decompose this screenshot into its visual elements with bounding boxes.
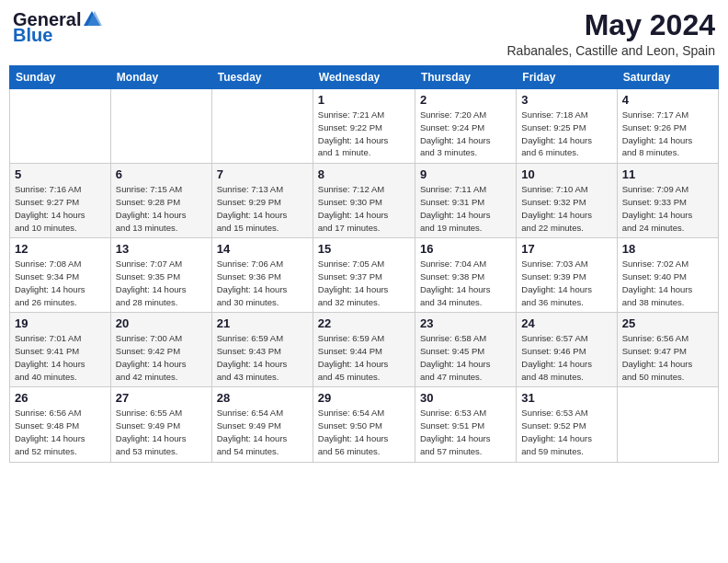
calendar-cell: 25Sunrise: 6:56 AM Sunset: 9:47 PM Dayli… bbox=[617, 313, 718, 387]
calendar-cell: 8Sunrise: 7:12 AM Sunset: 9:30 PM Daylig… bbox=[313, 164, 415, 238]
day-info: Sunrise: 6:57 AM Sunset: 9:46 PM Dayligh… bbox=[521, 332, 611, 383]
day-number: 10 bbox=[521, 167, 611, 181]
calendar-cell: 5Sunrise: 7:16 AM Sunset: 9:27 PM Daylig… bbox=[10, 164, 111, 238]
calendar-cell: 30Sunrise: 6:53 AM Sunset: 9:51 PM Dayli… bbox=[415, 387, 516, 462]
day-info: Sunrise: 6:59 AM Sunset: 9:44 PM Dayligh… bbox=[318, 332, 410, 383]
day-info: Sunrise: 6:53 AM Sunset: 9:51 PM Dayligh… bbox=[420, 407, 511, 457]
calendar-cell bbox=[110, 89, 211, 164]
day-number: 7 bbox=[217, 167, 308, 181]
day-info: Sunrise: 6:55 AM Sunset: 9:49 PM Dayligh… bbox=[116, 407, 207, 457]
location: Rabanales, Castille and Leon, Spain bbox=[507, 43, 716, 58]
day-info: Sunrise: 7:18 AM Sunset: 9:25 PM Dayligh… bbox=[521, 109, 611, 159]
calendar-cell: 3Sunrise: 7:18 AM Sunset: 9:25 PM Daylig… bbox=[517, 89, 617, 164]
calendar-table: SundayMondayTuesdayWednesdayThursdayFrid… bbox=[9, 65, 719, 462]
day-number: 15 bbox=[318, 242, 410, 256]
calendar-cell: 7Sunrise: 7:13 AM Sunset: 9:29 PM Daylig… bbox=[211, 164, 313, 238]
calendar-cell: 10Sunrise: 7:10 AM Sunset: 9:32 PM Dayli… bbox=[517, 164, 617, 238]
day-info: Sunrise: 6:53 AM Sunset: 9:52 PM Dayligh… bbox=[521, 407, 611, 457]
title-block: May 2024 Rabanales, Castille and Leon, S… bbox=[507, 9, 716, 58]
calendar-cell: 9Sunrise: 7:11 AM Sunset: 9:31 PM Daylig… bbox=[415, 164, 516, 238]
logo-icon bbox=[82, 9, 102, 29]
day-info: Sunrise: 7:03 AM Sunset: 9:39 PM Dayligh… bbox=[521, 258, 611, 308]
calendar-cell: 6Sunrise: 7:15 AM Sunset: 9:28 PM Daylig… bbox=[110, 164, 211, 238]
calendar-cell: 15Sunrise: 7:05 AM Sunset: 9:37 PM Dayli… bbox=[313, 238, 415, 313]
day-number: 22 bbox=[318, 316, 410, 330]
calendar-cell bbox=[10, 89, 111, 164]
header-wednesday: Wednesday bbox=[313, 66, 415, 89]
day-info: Sunrise: 6:59 AM Sunset: 9:43 PM Dayligh… bbox=[217, 332, 308, 383]
calendar-week-row: 26Sunrise: 6:56 AM Sunset: 9:48 PM Dayli… bbox=[10, 387, 719, 462]
day-info: Sunrise: 7:20 AM Sunset: 9:24 PM Dayligh… bbox=[420, 109, 511, 159]
day-number: 26 bbox=[15, 391, 106, 405]
day-info: Sunrise: 7:11 AM Sunset: 9:31 PM Dayligh… bbox=[420, 183, 511, 234]
day-info: Sunrise: 7:12 AM Sunset: 9:30 PM Dayligh… bbox=[318, 183, 410, 234]
header-tuesday: Tuesday bbox=[211, 66, 313, 89]
header-saturday: Saturday bbox=[617, 66, 718, 89]
day-info: Sunrise: 7:17 AM Sunset: 9:26 PM Dayligh… bbox=[622, 109, 713, 159]
day-number: 19 bbox=[15, 316, 106, 330]
calendar-cell: 24Sunrise: 6:57 AM Sunset: 9:46 PM Dayli… bbox=[517, 313, 617, 387]
calendar-cell: 4Sunrise: 7:17 AM Sunset: 9:26 PM Daylig… bbox=[617, 89, 718, 164]
calendar-cell: 18Sunrise: 7:02 AM Sunset: 9:40 PM Dayli… bbox=[617, 238, 718, 313]
header-monday: Monday bbox=[110, 66, 211, 89]
calendar-cell: 31Sunrise: 6:53 AM Sunset: 9:52 PM Dayli… bbox=[517, 387, 617, 462]
day-number: 1 bbox=[318, 93, 410, 107]
day-info: Sunrise: 7:05 AM Sunset: 9:37 PM Dayligh… bbox=[318, 258, 410, 308]
day-number: 21 bbox=[217, 316, 308, 330]
calendar-cell: 27Sunrise: 6:55 AM Sunset: 9:49 PM Dayli… bbox=[110, 387, 211, 462]
day-number: 18 bbox=[622, 242, 713, 256]
calendar-header-row: SundayMondayTuesdayWednesdayThursdayFrid… bbox=[10, 66, 719, 89]
day-number: 4 bbox=[622, 93, 713, 107]
calendar-cell: 20Sunrise: 7:00 AM Sunset: 9:42 PM Dayli… bbox=[110, 313, 211, 387]
day-number: 6 bbox=[116, 167, 207, 181]
calendar-cell: 19Sunrise: 7:01 AM Sunset: 9:41 PM Dayli… bbox=[10, 313, 111, 387]
day-number: 11 bbox=[622, 167, 713, 181]
day-info: Sunrise: 7:09 AM Sunset: 9:33 PM Dayligh… bbox=[622, 183, 713, 234]
day-number: 20 bbox=[116, 316, 207, 330]
header-friday: Friday bbox=[517, 66, 617, 89]
day-info: Sunrise: 7:08 AM Sunset: 9:34 PM Dayligh… bbox=[15, 258, 106, 308]
day-number: 24 bbox=[521, 316, 611, 330]
calendar-cell: 26Sunrise: 6:56 AM Sunset: 9:48 PM Dayli… bbox=[10, 387, 111, 462]
calendar-cell: 29Sunrise: 6:54 AM Sunset: 9:50 PM Dayli… bbox=[313, 387, 415, 462]
calendar-cell: 1Sunrise: 7:21 AM Sunset: 9:22 PM Daylig… bbox=[313, 89, 415, 164]
day-info: Sunrise: 7:10 AM Sunset: 9:32 PM Dayligh… bbox=[521, 183, 611, 234]
day-info: Sunrise: 7:13 AM Sunset: 9:29 PM Dayligh… bbox=[217, 183, 308, 234]
day-number: 9 bbox=[420, 167, 511, 181]
day-info: Sunrise: 7:15 AM Sunset: 9:28 PM Dayligh… bbox=[116, 183, 207, 234]
calendar-week-row: 12Sunrise: 7:08 AM Sunset: 9:34 PM Dayli… bbox=[10, 238, 719, 313]
day-info: Sunrise: 6:54 AM Sunset: 9:49 PM Dayligh… bbox=[217, 407, 308, 457]
day-number: 2 bbox=[420, 93, 511, 107]
calendar-cell: 14Sunrise: 7:06 AM Sunset: 9:36 PM Dayli… bbox=[211, 238, 313, 313]
calendar-cell: 12Sunrise: 7:08 AM Sunset: 9:34 PM Dayli… bbox=[10, 238, 111, 313]
day-info: Sunrise: 7:04 AM Sunset: 9:38 PM Dayligh… bbox=[420, 258, 511, 308]
day-number: 3 bbox=[521, 93, 611, 107]
day-info: Sunrise: 7:01 AM Sunset: 9:41 PM Dayligh… bbox=[15, 332, 106, 383]
calendar-cell: 28Sunrise: 6:54 AM Sunset: 9:49 PM Dayli… bbox=[211, 387, 313, 462]
calendar-cell: 13Sunrise: 7:07 AM Sunset: 9:35 PM Dayli… bbox=[110, 238, 211, 313]
calendar-cell bbox=[617, 387, 718, 462]
header-thursday: Thursday bbox=[415, 66, 516, 89]
day-number: 13 bbox=[116, 242, 207, 256]
day-info: Sunrise: 6:54 AM Sunset: 9:50 PM Dayligh… bbox=[318, 407, 410, 457]
day-info: Sunrise: 7:07 AM Sunset: 9:35 PM Dayligh… bbox=[116, 258, 207, 308]
day-number: 23 bbox=[420, 316, 511, 330]
day-info: Sunrise: 7:00 AM Sunset: 9:42 PM Dayligh… bbox=[116, 332, 207, 383]
day-info: Sunrise: 7:21 AM Sunset: 9:22 PM Dayligh… bbox=[318, 109, 410, 159]
page-header: General Blue May 2024 Rabanales, Castill… bbox=[9, 9, 719, 58]
day-info: Sunrise: 7:02 AM Sunset: 9:40 PM Dayligh… bbox=[622, 258, 713, 308]
calendar-cell: 11Sunrise: 7:09 AM Sunset: 9:33 PM Dayli… bbox=[617, 164, 718, 238]
day-number: 27 bbox=[116, 391, 207, 405]
calendar-cell: 2Sunrise: 7:20 AM Sunset: 9:24 PM Daylig… bbox=[415, 89, 516, 164]
calendar-cell: 16Sunrise: 7:04 AM Sunset: 9:38 PM Dayli… bbox=[415, 238, 516, 313]
day-number: 25 bbox=[622, 316, 713, 330]
day-info: Sunrise: 6:58 AM Sunset: 9:45 PM Dayligh… bbox=[420, 332, 511, 383]
day-number: 5 bbox=[15, 167, 106, 181]
day-number: 29 bbox=[318, 391, 410, 405]
day-info: Sunrise: 6:56 AM Sunset: 9:47 PM Dayligh… bbox=[622, 332, 713, 383]
calendar-week-row: 5Sunrise: 7:16 AM Sunset: 9:27 PM Daylig… bbox=[10, 164, 719, 238]
calendar-cell: 22Sunrise: 6:59 AM Sunset: 9:44 PM Dayli… bbox=[313, 313, 415, 387]
calendar-cell: 21Sunrise: 6:59 AM Sunset: 9:43 PM Dayli… bbox=[211, 313, 313, 387]
day-number: 28 bbox=[217, 391, 308, 405]
day-info: Sunrise: 6:56 AM Sunset: 9:48 PM Dayligh… bbox=[15, 407, 106, 457]
